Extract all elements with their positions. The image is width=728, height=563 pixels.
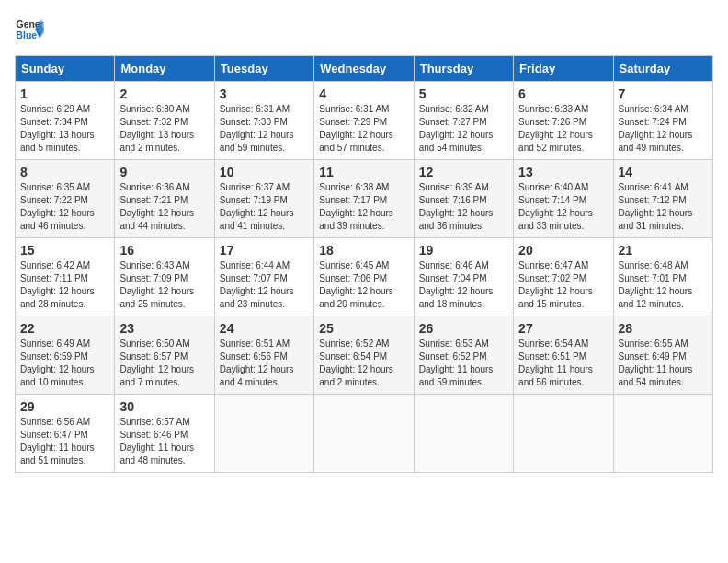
calendar-day-empty <box>214 395 313 473</box>
calendar-header-row: SundayMondayTuesdayWednesdayThursdayFrid… <box>16 56 713 82</box>
calendar-day-17: 17Sunrise: 6:44 AMSunset: 7:07 PMDayligh… <box>214 238 313 316</box>
column-header-friday: Friday <box>514 56 613 82</box>
calendar-day-2: 2Sunrise: 6:30 AMSunset: 7:32 PMDaylight… <box>115 82 214 160</box>
calendar-day-7: 7Sunrise: 6:34 AMSunset: 7:24 PMDaylight… <box>613 82 712 160</box>
calendar-day-24: 24Sunrise: 6:51 AMSunset: 6:56 PMDayligh… <box>214 316 313 395</box>
calendar-day-25: 25Sunrise: 6:52 AMSunset: 6:54 PMDayligh… <box>314 316 414 395</box>
column-header-saturday: Saturday <box>613 56 712 82</box>
calendar-day-29: 29Sunrise: 6:56 AMSunset: 6:47 PMDayligh… <box>16 395 115 473</box>
logo: General Blue <box>15 15 44 44</box>
calendar-week-3: 15Sunrise: 6:42 AMSunset: 7:11 PMDayligh… <box>16 238 713 316</box>
calendar-week-4: 22Sunrise: 6:49 AMSunset: 6:59 PMDayligh… <box>16 316 713 395</box>
calendar-day-21: 21Sunrise: 6:48 AMSunset: 7:01 PMDayligh… <box>613 238 712 316</box>
calendar-day-6: 6Sunrise: 6:33 AMSunset: 7:26 PMDaylight… <box>514 82 613 160</box>
calendar-day-16: 16Sunrise: 6:43 AMSunset: 7:09 PMDayligh… <box>115 238 214 316</box>
calendar-week-2: 8Sunrise: 6:35 AMSunset: 7:22 PMDaylight… <box>16 160 713 238</box>
calendar-day-empty <box>613 395 712 473</box>
column-header-wednesday: Wednesday <box>314 56 414 82</box>
calendar-day-13: 13Sunrise: 6:40 AMSunset: 7:14 PMDayligh… <box>514 160 613 238</box>
calendar-day-19: 19Sunrise: 6:46 AMSunset: 7:04 PMDayligh… <box>414 238 513 316</box>
calendar-day-empty <box>314 395 414 473</box>
page-header: General Blue <box>15 15 713 44</box>
calendar-day-28: 28Sunrise: 6:55 AMSunset: 6:49 PMDayligh… <box>613 316 712 395</box>
calendar-day-9: 9Sunrise: 6:36 AMSunset: 7:21 PMDaylight… <box>115 160 214 238</box>
calendar-day-20: 20Sunrise: 6:47 AMSunset: 7:02 PMDayligh… <box>514 238 613 316</box>
calendar-day-11: 11Sunrise: 6:38 AMSunset: 7:17 PMDayligh… <box>314 160 414 238</box>
calendar-day-3: 3Sunrise: 6:31 AMSunset: 7:30 PMDaylight… <box>214 82 313 160</box>
calendar-day-8: 8Sunrise: 6:35 AMSunset: 7:22 PMDaylight… <box>16 160 115 238</box>
calendar-day-14: 14Sunrise: 6:41 AMSunset: 7:12 PMDayligh… <box>613 160 712 238</box>
column-header-tuesday: Tuesday <box>214 56 313 82</box>
calendar-day-4: 4Sunrise: 6:31 AMSunset: 7:29 PMDaylight… <box>314 82 414 160</box>
calendar-day-30: 30Sunrise: 6:57 AMSunset: 6:46 PMDayligh… <box>115 395 214 473</box>
calendar-week-1: 1Sunrise: 6:29 AMSunset: 7:34 PMDaylight… <box>16 82 713 160</box>
calendar-day-23: 23Sunrise: 6:50 AMSunset: 6:57 PMDayligh… <box>115 316 214 395</box>
calendar-day-26: 26Sunrise: 6:53 AMSunset: 6:52 PMDayligh… <box>414 316 513 395</box>
column-header-thursday: Thursday <box>414 56 513 82</box>
column-header-sunday: Sunday <box>16 56 115 82</box>
svg-text:Blue: Blue <box>17 30 38 40</box>
calendar-day-empty <box>414 395 513 473</box>
calendar-body: 1Sunrise: 6:29 AMSunset: 7:34 PMDaylight… <box>16 82 713 473</box>
calendar-week-5: 29Sunrise: 6:56 AMSunset: 6:47 PMDayligh… <box>16 395 713 473</box>
calendar-table: SundayMondayTuesdayWednesdayThursdayFrid… <box>15 55 713 473</box>
calendar-day-12: 12Sunrise: 6:39 AMSunset: 7:16 PMDayligh… <box>414 160 513 238</box>
calendar-day-22: 22Sunrise: 6:49 AMSunset: 6:59 PMDayligh… <box>16 316 115 395</box>
column-header-monday: Monday <box>115 56 214 82</box>
calendar-day-27: 27Sunrise: 6:54 AMSunset: 6:51 PMDayligh… <box>514 316 613 395</box>
logo-icon: General Blue <box>15 15 44 44</box>
calendar-day-empty <box>514 395 613 473</box>
calendar-day-1: 1Sunrise: 6:29 AMSunset: 7:34 PMDaylight… <box>16 82 115 160</box>
calendar-day-18: 18Sunrise: 6:45 AMSunset: 7:06 PMDayligh… <box>314 238 414 316</box>
calendar-day-15: 15Sunrise: 6:42 AMSunset: 7:11 PMDayligh… <box>16 238 115 316</box>
calendar-day-10: 10Sunrise: 6:37 AMSunset: 7:19 PMDayligh… <box>214 160 313 238</box>
calendar-day-5: 5Sunrise: 6:32 AMSunset: 7:27 PMDaylight… <box>414 82 513 160</box>
